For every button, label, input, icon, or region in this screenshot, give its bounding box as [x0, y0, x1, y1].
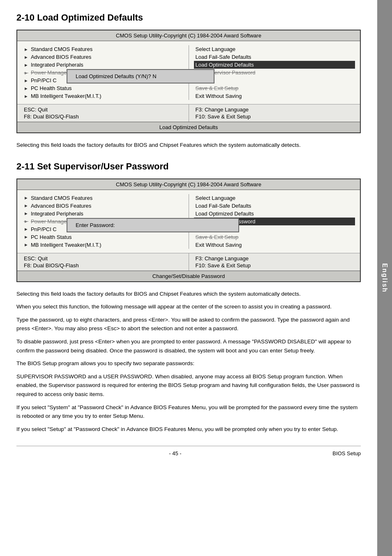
- bios-title-2: CMOS Setup Utility-Copyright (C) 1984-20…: [17, 179, 360, 190]
- section-2-11-body2: When you select this function, the follo…: [16, 302, 361, 311]
- bios-footer-1: ESC: Quit F8: Dual BIOS/Q-Flash F3: Chan…: [17, 104, 360, 122]
- arrow-icon: ►: [24, 234, 28, 239]
- bios-footer-2-esc: ESC: Quit: [24, 255, 182, 262]
- bios-left-item-1-7: ► MB Intelligent Tweaker(M.I.T.): [24, 92, 182, 100]
- bios-footer-2-left: ESC: Quit F8: Dual BIOS/Q-Flash: [17, 253, 189, 271]
- main-content: 2-10 Load Optimized Defaults CMOS Setup …: [0, 0, 377, 469]
- bios-right-item-2-2: Load Fail-Safe Defaults: [196, 202, 354, 210]
- bios-dialog-2-text: Enter Password:: [76, 222, 115, 228]
- section-2-11: 2-11 Set Supervisor/User Password CMOS S…: [16, 161, 361, 434]
- arrow-icon: ►: [24, 55, 28, 60]
- bios-inner-wrapper-1: ► Standard CMOS Features ► Advanced BIOS…: [17, 41, 360, 104]
- arrow-icon: ►: [24, 94, 28, 99]
- bios-footer-1-esc: ESC: Quit: [24, 106, 182, 113]
- bios-footer-1-f10: F10: Save & Exit Setup: [196, 113, 354, 120]
- arrow-icon: ►: [24, 211, 28, 216]
- arrow-icon: ►: [24, 86, 28, 91]
- page-number: - 45 -: [169, 450, 181, 456]
- section-2-11-body4: To disable password, just press <Enter> …: [16, 337, 361, 355]
- arrow-icon: ►: [24, 203, 28, 208]
- bios-footer-2-right: F3: Change Language F10: Save & Exit Set…: [189, 253, 360, 271]
- bios-right-item-2-6: Save & Exit Setup: [196, 233, 354, 241]
- bios-footer-1-f8: F8: Dual BIOS/Q-Flash: [24, 113, 182, 120]
- bios-inner-wrapper-2: ► Standard CMOS Features ► Advanced BIOS…: [17, 190, 360, 253]
- section-2-11-body6: SUPERVISOR PASSWORD and a USER PASSWORD.…: [16, 372, 361, 399]
- arrow-icon: ►: [24, 63, 28, 67]
- bios-right-item-1-5: [196, 76, 354, 84]
- section-2-11-body7: If you select "System" at "Password Chec…: [16, 403, 361, 421]
- arrow-icon: ►: [24, 78, 28, 83]
- side-tab-label: English: [381, 263, 388, 293]
- bios-left-item-1-6: ► PC Health Status: [24, 84, 182, 92]
- bios-right-item-1-7: Exit Without Saving: [196, 92, 354, 100]
- bios-left-item-2-3: ► Integrated Peripherals: [24, 210, 182, 218]
- arrow-icon: ►: [24, 242, 28, 247]
- bios-right-item-2-7: Exit Without Saving: [196, 241, 354, 249]
- bios-left-item-1-1: ► Standard CMOS Features: [24, 45, 182, 53]
- bios-right-item-2-1: Select Language: [196, 194, 354, 202]
- arrow-icon: ►: [24, 47, 28, 52]
- section-2-11-body1: Selecting this field loads the factory d…: [16, 290, 361, 299]
- bios-footer-2-f8: F8: Dual BIOS/Q-Flash: [24, 262, 182, 269]
- arrow-icon: ►: [24, 195, 28, 200]
- bios-status-1: Load Optimized Defaults: [17, 122, 360, 132]
- bios-left-item-2-7: ► MB Intelligent Tweaker(M.I.T.): [24, 241, 182, 249]
- page-footer-right: BIOS Setup: [332, 450, 361, 456]
- bios-footer-2: ESC: Quit F8: Dual BIOS/Q-Flash F3: Chan…: [17, 253, 360, 271]
- bios-right-item-1-4: Set Supervisor Password: [196, 69, 354, 76]
- bios-right-item-1-2: Load Fail-Safe Defaults: [196, 53, 354, 61]
- arrow-icon: ►: [24, 70, 28, 75]
- bios-left-item-2-1: ► Standard CMOS Features: [24, 194, 182, 202]
- bios-right-item-1-6: Save & Exit Setup: [196, 84, 354, 92]
- page-footer-left: [16, 450, 18, 456]
- bios-title-1: CMOS Setup Utility-Copyright (C) 1984-20…: [17, 30, 360, 41]
- bios-footer-2-f3: F3: Change Language: [196, 255, 354, 262]
- section-2-11-body5: The BIOS Setup program allows you to spe…: [16, 359, 361, 368]
- bios-left-item-1-2: ► Advanced BIOS Features: [24, 53, 182, 61]
- bios-right-item-1-3: Load Optimized Defaults: [194, 61, 355, 69]
- section-2-11-body8: If you select "Setup" at "Password Check…: [16, 425, 361, 434]
- bios-right-item-1-1: Select Language: [196, 45, 354, 53]
- bios-footer-1-left: ESC: Quit F8: Dual BIOS/Q-Flash: [17, 104, 189, 122]
- bios-box-2: CMOS Setup Utility-Copyright (C) 1984-20…: [16, 178, 361, 282]
- bios-dialog-2: Enter Password:: [67, 218, 239, 232]
- page-footer: - 45 - BIOS Setup: [16, 446, 361, 456]
- section-2-10: 2-10 Load Optimized Defaults CMOS Setup …: [16, 12, 361, 150]
- side-tab: English: [377, 0, 392, 556]
- arrow-icon: ►: [24, 219, 28, 224]
- bios-box-1: CMOS Setup Utility-Copyright (C) 1984-20…: [16, 30, 361, 133]
- bios-footer-1-right: F3: Change Language F10: Save & Exit Set…: [189, 104, 360, 122]
- section-2-10-body: Selecting this field loads the factory d…: [16, 141, 361, 150]
- bios-left-item-2-6: ► PC Health Status: [24, 233, 182, 241]
- bios-left-item-2-2: ► Advanced BIOS Features: [24, 202, 182, 210]
- bios-status-2: Change/Set/Disable Password: [17, 271, 360, 281]
- bios-footer-1-f3: F3: Change Language: [196, 106, 354, 113]
- section-2-11-heading: 2-11 Set Supervisor/User Password: [16, 161, 361, 172]
- section-2-11-body3: Type the password, up to eight character…: [16, 315, 361, 333]
- bios-dialog-1-text: Load Optimized Defaults (Y/N)? N: [76, 73, 157, 79]
- bios-dialog-1: Load Optimized Defaults (Y/N)? N: [67, 69, 214, 83]
- bios-left-item-1-3: ► Integrated Peripherals: [24, 61, 182, 69]
- bios-footer-2-f10: F10: Save & Exit Setup: [196, 262, 354, 269]
- section-2-10-heading: 2-10 Load Optimized Defaults: [16, 12, 361, 23]
- bios-right-item-2-3: Load Optimized Defaults: [196, 210, 354, 218]
- arrow-icon: ►: [24, 227, 28, 232]
